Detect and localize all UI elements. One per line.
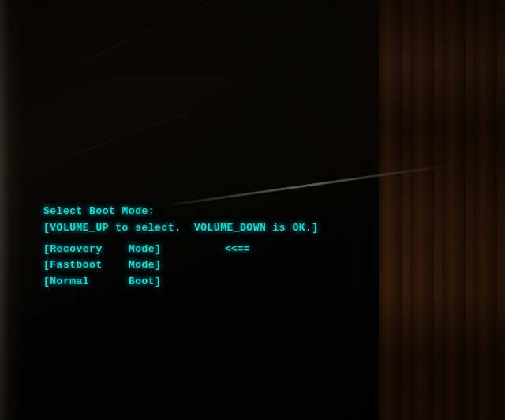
wood-slat — [410, 0, 434, 420]
boot-mode-header: Select Boot Mode: — [43, 204, 319, 220]
volume-instruction: [VOLUME_UP to select. VOLUME_DOWN is OK.… — [43, 220, 319, 237]
wood-slat — [473, 0, 497, 420]
fastboot-option: [Fastboot Mode] — [43, 257, 319, 274]
normal-boot-option: [Normal Boot] — [43, 274, 319, 291]
wood-slat — [442, 0, 466, 420]
selection-arrow: <<== — [225, 243, 249, 255]
screen-container: Select Boot Mode: [VOLUME_UP to select. … — [0, 0, 505, 420]
terminal-output: Select Boot Mode: [VOLUME_UP to select. … — [43, 204, 319, 291]
device-frame-edge — [0, 0, 24, 420]
wood-slat — [379, 0, 402, 420]
recovery-option: [Recovery Mode] — [43, 242, 319, 258]
